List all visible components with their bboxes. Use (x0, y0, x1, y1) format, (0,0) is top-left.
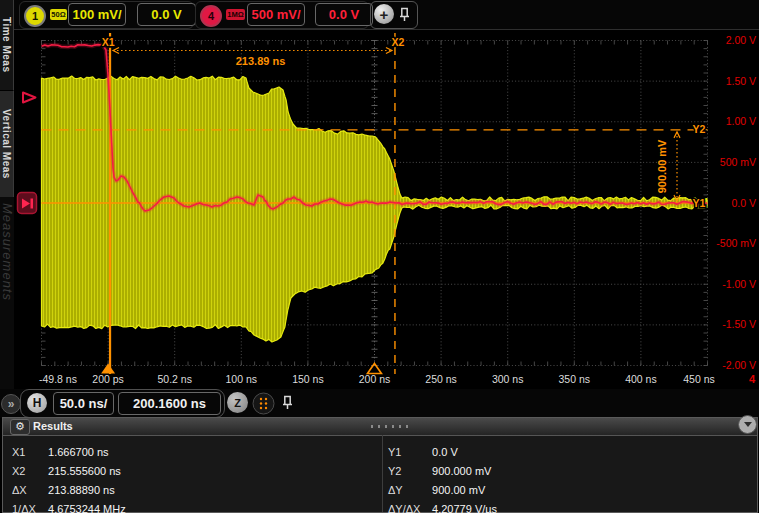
results-y-column: Y1 0.0 V Y2 900.000 mV ΔY 900.00 mV ΔY/Δ… (388, 446, 497, 513)
result-row: 1/ΔX 4.6753244 MHz (12, 503, 126, 513)
svg-text:100 ns: 100 ns (226, 373, 258, 385)
results-header[interactable]: ⚙ Results (3, 418, 757, 436)
expand-panel-button[interactable]: » (1, 394, 21, 414)
result-value: 900.00 mV (432, 484, 485, 496)
channel4-impedance-badge: 1MΩ (226, 9, 245, 20)
time-axis-labels: -49.8 ns200 ps50.2 ns100 ns150 ns200 ns2… (39, 373, 756, 385)
channel4-button[interactable]: 4 (200, 5, 222, 27)
channel1-group: 1 50Ω 100 mV/ 0.0 V (19, 1, 194, 29)
result-label: Y2 (388, 465, 429, 478)
results-title: Results (33, 420, 73, 432)
result-row: ΔY 900.00 mV (388, 484, 497, 503)
result-row: ΔX 213.88890 ns (12, 484, 126, 503)
svg-text:0.0 V: 0.0 V (731, 197, 756, 209)
results-panel: ⚙ Results X1 1.666700 ns X2 215.555600 n… (2, 417, 758, 513)
collapse-results-button[interactable] (738, 415, 757, 434)
horizontal-settings-panel: H 50.0 ns/ 200.1600 ns (20, 389, 225, 418)
svg-text:-49.8 ns: -49.8 ns (39, 373, 77, 385)
channel1-scale-field[interactable]: 100 mV/ (68, 3, 126, 26)
timebase-scale-field[interactable]: 50.0 ns/ (53, 392, 114, 415)
svg-text:300 ns: 300 ns (492, 373, 524, 385)
result-value: 0.0 V (432, 446, 458, 458)
svg-text:200 ns: 200 ns (359, 373, 391, 385)
svg-text:2.00 V: 2.00 V (726, 34, 756, 46)
svg-text:X1: X1 (102, 36, 115, 48)
svg-text:400 ns: 400 ns (625, 373, 657, 385)
results-x-column: X1 1.666700 ns X2 215.555600 ns ΔX 213.8… (12, 446, 126, 513)
result-value: 1.666700 ns (48, 446, 109, 458)
knob-icon[interactable] (252, 392, 275, 419)
channel1-impedance-badge: 50Ω (50, 9, 67, 20)
result-label: X2 (12, 465, 45, 478)
add-pin-group: + (370, 1, 418, 29)
svg-text:-1.50 V: -1.50 V (722, 318, 756, 330)
result-value: 900.000 mV (432, 465, 491, 477)
scope-display: X1X2Y1Y2213.89 ns900.00 mV-49.8 ns200 ps… (0, 29, 759, 390)
channel4-scale-field[interactable]: 500 mV/ (247, 3, 305, 26)
svg-text:-1.00 V: -1.00 V (722, 278, 756, 290)
result-value: 4.6753244 MHz (48, 503, 126, 513)
result-row: Y2 900.000 mV (388, 465, 497, 484)
channel1-offset-field[interactable]: 0.0 V (137, 3, 196, 26)
pin-icon[interactable] (281, 394, 294, 411)
svg-text:Y1: Y1 (693, 197, 706, 209)
result-label: X1 (12, 446, 45, 459)
svg-text:213.89 ns: 213.89 ns (236, 55, 286, 67)
results-column-divider (382, 435, 383, 512)
svg-text:4: 4 (749, 373, 756, 385)
svg-text:50.2 ns: 50.2 ns (157, 373, 191, 385)
top-toolbar: 1 50Ω 100 mV/ 0.0 V 4 1MΩ 500 mV/ 0.0 V … (14, 0, 759, 30)
svg-text:350 ns: 350 ns (559, 373, 591, 385)
result-label: ΔY/ΔX (388, 503, 429, 513)
result-value: 213.88890 ns (48, 484, 115, 496)
result-value: 4.20779 V/µs (432, 503, 497, 513)
result-label: 1/ΔX (12, 503, 45, 513)
splitter-dots-icon[interactable] (371, 425, 411, 428)
voltage-axis-labels: 2.00 V1.50 V1.00 V500 mV0.0 V-500 mV-1.0… (716, 34, 756, 371)
channel1-button[interactable]: 1 (24, 5, 46, 27)
channel4-group: 4 1MΩ 500 mV/ 0.0 V (195, 1, 369, 29)
result-value: 215.555600 ns (48, 465, 121, 477)
svg-text:450 ns: 450 ns (683, 373, 715, 385)
result-row: X1 1.666700 ns (12, 446, 126, 465)
horizontal-button[interactable]: H (27, 393, 47, 413)
result-label: ΔY (388, 484, 429, 497)
svg-text:200 ps: 200 ps (92, 373, 124, 385)
svg-text:-500 mV: -500 mV (716, 237, 756, 249)
result-row: Y1 0.0 V (388, 446, 497, 465)
svg-text:X2: X2 (392, 36, 405, 48)
timebase-delay-field[interactable]: 200.1600 ns (118, 392, 221, 415)
svg-text:1.50 V: 1.50 V (726, 75, 756, 87)
svg-text:-2.00 V: -2.00 V (722, 359, 756, 371)
result-row: ΔY/ΔX 4.20779 V/µs (388, 503, 497, 513)
horizontal-toolbar: » H 50.0 ns/ 200.1600 ns Z (0, 389, 759, 418)
result-label: ΔX (12, 484, 45, 497)
svg-text:1.00 V: 1.00 V (726, 115, 756, 127)
zoom-mode-button[interactable]: Z (227, 392, 248, 413)
gear-icon[interactable]: ⚙ (10, 419, 30, 435)
svg-text:900.00 mV: 900.00 mV (656, 139, 668, 193)
svg-text:500 mV: 500 mV (720, 156, 756, 168)
svg-text:Y2: Y2 (693, 123, 706, 135)
channel4-ground-marker[interactable] (18, 193, 37, 214)
result-label: Y1 (388, 446, 429, 459)
svg-text:250 ns: 250 ns (425, 373, 457, 385)
pin-icon[interactable] (398, 6, 411, 23)
svg-text:150 ns: 150 ns (292, 373, 324, 385)
trigger-level-marker[interactable] (23, 93, 36, 103)
result-row: X2 215.555600 ns (12, 465, 126, 484)
channel4-offset-field[interactable]: 0.0 V (315, 3, 373, 26)
oscilloscope-app: { "colors":{"ch1":"#e0e000","ch4":"#f51c… (0, 0, 759, 513)
add-channel-button[interactable]: + (374, 4, 394, 24)
